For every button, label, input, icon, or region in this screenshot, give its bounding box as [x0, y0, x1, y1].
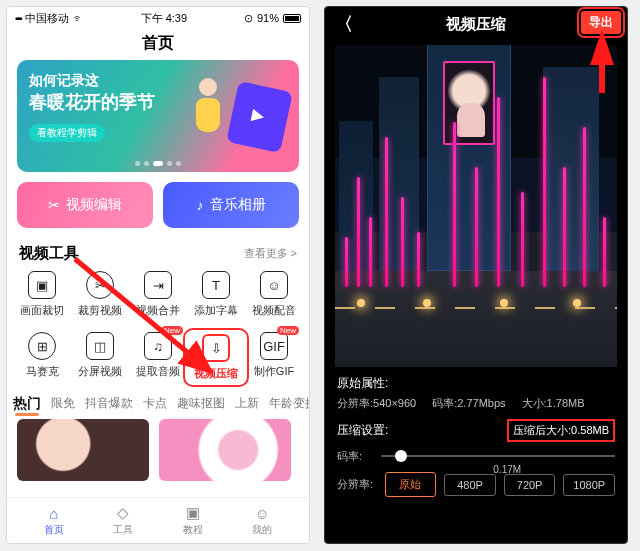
- orig-bitrate: 码率:2.77Mbps: [432, 396, 505, 411]
- category-tab[interactable]: 抖音爆款: [85, 395, 133, 413]
- annotation-arrow-up: [593, 37, 611, 95]
- resolution-option[interactable]: 原始: [385, 472, 437, 497]
- back-icon[interactable]: 〈: [335, 12, 353, 36]
- bitrate-label: 码率:: [337, 449, 371, 464]
- banner-illustration: [177, 72, 287, 158]
- new-badge: New: [277, 326, 299, 335]
- video-preview[interactable]: [335, 45, 617, 367]
- template-thumb[interactable]: [17, 419, 149, 481]
- category-tabs[interactable]: 热门限免抖音爆款卡点趣味抠图上新年龄变换: [7, 385, 309, 419]
- tool-label: 视频配音: [252, 303, 296, 318]
- tool-label: 视频压缩: [194, 366, 238, 381]
- category-tab[interactable]: 限免: [51, 395, 75, 413]
- tool-icon: ♫: [144, 332, 172, 360]
- battery-label: 91%: [257, 12, 279, 24]
- template-thumb[interactable]: [159, 419, 291, 481]
- tool-icon: ⇥: [144, 271, 172, 299]
- tool-icon: ◫: [86, 332, 114, 360]
- settings-label: 压缩设置:: [337, 422, 388, 439]
- tabbar-item[interactable]: ⌂首页: [19, 498, 89, 543]
- resolution-row: 分辨率: 原始480P720P1080P: [325, 468, 627, 507]
- tool-icon: T: [202, 271, 230, 299]
- tool-label: 添加字幕: [194, 303, 238, 318]
- export-button[interactable]: 导出: [581, 11, 621, 34]
- tabbar-label: 教程: [183, 523, 203, 537]
- bitrate-row: 码率: 0.17M: [325, 444, 627, 468]
- compress-title: 视频压缩: [446, 15, 506, 34]
- tabbar-item[interactable]: ◇工具: [89, 498, 159, 543]
- category-tab[interactable]: 热门: [13, 395, 41, 413]
- tools-grid: ▣画面裁切✂裁剪视频⇥视频合并T添加字幕☺视频配音⊞马赛克◫分屏视频New♫提取…: [7, 267, 309, 385]
- resolution-option[interactable]: 1080P: [563, 474, 615, 496]
- music-icon: ♪: [197, 197, 204, 213]
- tool-label: 分屏视频: [78, 364, 122, 379]
- tabbar-item[interactable]: ▣教程: [158, 498, 228, 543]
- bitrate-slider[interactable]: 0.17M: [381, 446, 615, 466]
- orig-size: 大小:1.78MB: [522, 396, 585, 411]
- category-tab[interactable]: 卡点: [143, 395, 167, 413]
- new-badge: New: [161, 326, 183, 335]
- tool-label: 视频合并: [136, 303, 180, 318]
- bottom-tabbar[interactable]: ⌂首页◇工具▣教程☺我的: [7, 497, 309, 543]
- tool-icon: ⊞: [28, 332, 56, 360]
- tool-icon: ▣: [28, 271, 56, 299]
- compress-navbar: 〈 视频压缩 导出: [325, 7, 627, 41]
- carrier-label: 中国移动: [25, 11, 69, 26]
- tabbar-label: 首页: [44, 523, 64, 537]
- original-header: 原始属性:: [337, 375, 615, 392]
- category-tab[interactable]: 上新: [235, 395, 259, 413]
- compressed-size: 压缩后大小:0.58MB: [507, 419, 615, 442]
- tools-title: 视频工具: [19, 244, 79, 263]
- tabbar-icon: ☺: [255, 505, 270, 522]
- tool-label: 制作GIF: [254, 364, 294, 379]
- original-props: 原始属性: 分辨率:540×960 码率:2.77Mbps 大小:1.78MB: [325, 367, 627, 411]
- billboard-image: [443, 61, 495, 145]
- time-label: 下午 4:39: [141, 11, 187, 26]
- tool-icon: ⇩: [202, 334, 230, 362]
- resolution-option[interactable]: 480P: [444, 474, 496, 496]
- tabbar-icon: ▣: [186, 504, 200, 522]
- signal-icon: [15, 12, 21, 24]
- tool-视频压缩[interactable]: ⇩视频压缩: [187, 332, 245, 383]
- tools-section-header: 视频工具 查看更多 >: [7, 238, 309, 267]
- bt-icon: ⊙: [244, 12, 253, 25]
- compress-screen: 〈 视频压缩 导出 原始属性: [324, 6, 628, 544]
- tool-分屏视频[interactable]: ◫分屏视频: [71, 332, 129, 383]
- category-tab[interactable]: 趣味抠图: [177, 395, 225, 413]
- tool-马赛克[interactable]: ⊞马赛克: [13, 332, 71, 383]
- see-more-link[interactable]: 查看更多 >: [244, 246, 297, 261]
- banner-pager[interactable]: [135, 161, 181, 166]
- resolution-option[interactable]: 720P: [504, 474, 556, 496]
- tabbar-label: 工具: [113, 523, 133, 537]
- tool-视频合并[interactable]: ⇥视频合并: [129, 271, 187, 318]
- tool-裁剪视频[interactable]: ✂裁剪视频: [71, 271, 129, 318]
- tool-label: 画面裁切: [20, 303, 64, 318]
- tool-制作GIF[interactable]: NewGIF制作GIF: [245, 332, 303, 383]
- tool-label: 提取音频: [136, 364, 180, 379]
- tabbar-label: 我的: [252, 523, 272, 537]
- tool-添加字幕[interactable]: T添加字幕: [187, 271, 245, 318]
- promo-banner[interactable]: 如何记录这 春暖花开的季节 看教程学剪辑: [17, 60, 299, 172]
- tabbar-icon: ◇: [117, 504, 129, 522]
- music-album-button[interactable]: ♪ 音乐相册: [163, 182, 299, 228]
- tool-label: 马赛克: [26, 364, 59, 379]
- status-bar: 中国移动 ᯤ 下午 4:39 ⊙ 91%: [7, 7, 309, 29]
- page-title: 首页: [7, 29, 309, 60]
- wifi-icon: ᯤ: [73, 12, 84, 24]
- tool-提取音频[interactable]: New♫提取音频: [129, 332, 187, 383]
- tabbar-icon: ⌂: [49, 505, 58, 522]
- resolution-label: 分辨率:: [337, 477, 377, 492]
- tool-label: 裁剪视频: [78, 303, 122, 318]
- tool-画面裁切[interactable]: ▣画面裁切: [13, 271, 71, 318]
- category-tab[interactable]: 年龄变换: [269, 395, 309, 413]
- tool-icon: ✂: [86, 271, 114, 299]
- battery-icon: [283, 14, 301, 23]
- tool-icon: GIF: [260, 332, 288, 360]
- video-edit-button[interactable]: ✂ 视频编辑: [17, 182, 153, 228]
- bitrate-value: 0.17M: [493, 464, 521, 475]
- template-thumbs: [7, 419, 309, 481]
- tabbar-item[interactable]: ☺我的: [228, 498, 298, 543]
- tool-视频配音[interactable]: ☺视频配音: [245, 271, 303, 318]
- banner-tag: 看教程学剪辑: [29, 124, 105, 142]
- compress-settings-header: 压缩设置: 压缩后大小:0.58MB: [325, 411, 627, 444]
